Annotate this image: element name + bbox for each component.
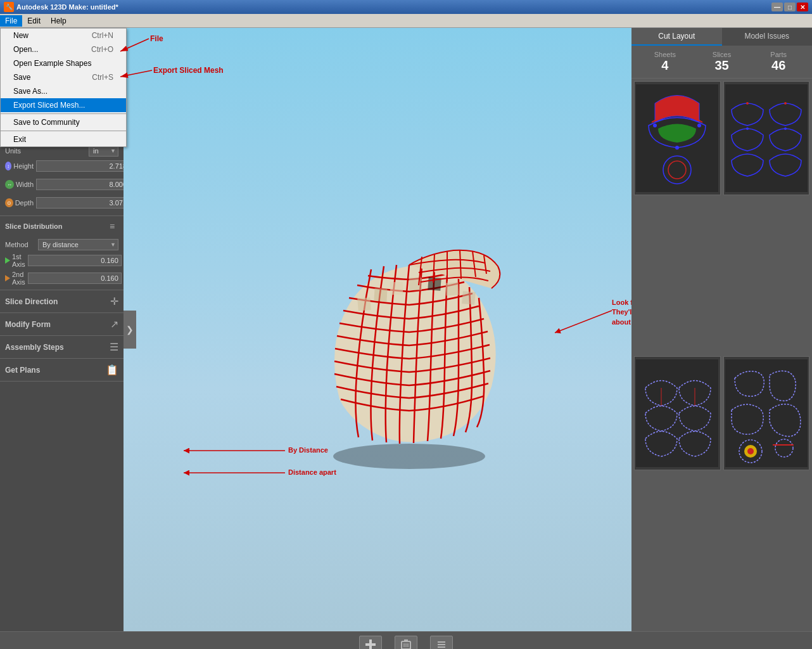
add-button[interactable]: [359, 636, 382, 650]
method-label: Method: [5, 241, 35, 248]
3d-model-svg: [282, 222, 536, 475]
parts-value: 46: [750, 58, 807, 73]
slice-distribution-section: Slice Distribution ≡ Method By distance …: [0, 216, 124, 290]
svg-point-36: [784, 127, 787, 130]
split-button[interactable]: [430, 636, 453, 650]
width-label: Width: [16, 181, 34, 188]
svg-rect-13: [462, 291, 476, 305]
app-icon: 🔧: [4, 2, 14, 12]
slice-direction-section[interactable]: Slice Direction ✛: [0, 290, 124, 313]
cut-sheet-4[interactable]: [723, 356, 810, 470]
axis1-icon: [5, 257, 10, 264]
axis2-icon: [5, 275, 10, 281]
height-icon: ↕: [5, 162, 11, 170]
close-button[interactable]: ✕: [797, 3, 808, 11]
right-panel: Cut Layout Model Issues Sheets 4 Slices …: [631, 28, 812, 631]
width-icon: ↔: [5, 180, 14, 189]
depth-label: Depth: [15, 199, 34, 207]
menu-item-save-as[interactable]: Save As...: [1, 84, 126, 98]
sheets-label: Sheets: [637, 51, 694, 58]
depth-input[interactable]: 3.071: [36, 197, 124, 209]
minimize-button[interactable]: —: [771, 3, 783, 11]
svg-point-29: [653, 124, 657, 127]
axis2-input[interactable]: 0.160: [28, 273, 122, 284]
cut-sheet-2[interactable]: [723, 81, 810, 195]
cut-sheet-4-svg: [725, 359, 808, 467]
svg-point-33: [746, 102, 749, 105]
stats-row: Sheets 4 Slices 35 Parts 46: [631, 46, 812, 79]
svg-line-21: [555, 311, 612, 333]
parts-stat: Parts 46: [750, 51, 807, 73]
slices-value: 35: [694, 58, 751, 73]
axis1-input[interactable]: 0.160: [28, 255, 122, 266]
cut-sheet-3-svg: [636, 359, 718, 467]
width-row: ↔ Width 8.000 ▲ ▼: [0, 176, 124, 193]
sheets-value: 4: [637, 58, 694, 73]
depth-icon: ⊙: [5, 198, 13, 207]
bottom-toolbar: [0, 631, 812, 649]
slice-distribution-label: Slice Distribution: [5, 222, 62, 230]
menu-help[interactable]: Help: [46, 15, 72, 27]
menu-item-save[interactable]: Save Ctrl+S: [1, 70, 126, 84]
cut-sheet-2-svg: [725, 84, 808, 192]
modify-form-icon: ↗: [110, 318, 118, 330]
sheets-stat: Sheets 4: [637, 51, 694, 73]
collapse-button[interactable]: ❯: [124, 311, 136, 349]
svg-point-31: [675, 146, 679, 150]
assembly-steps-icon: ☰: [110, 341, 118, 353]
svg-rect-8: [374, 288, 387, 301]
svg-point-34: [784, 102, 787, 105]
height-label: Height: [13, 162, 34, 170]
assembly-steps-section[interactable]: Assembly Steps ☰: [0, 336, 124, 359]
cut-sheet-1-svg: [636, 84, 718, 192]
menu-item-exit[interactable]: Exit: [1, 132, 126, 146]
menu-edit[interactable]: Edit: [22, 15, 46, 27]
svg-point-6: [333, 444, 485, 469]
height-input[interactable]: 2.718: [36, 160, 124, 172]
slice-distribution-icon[interactable]: ≡: [106, 220, 118, 233]
menu-file[interactable]: File: [0, 15, 22, 27]
cut-sheet-3[interactable]: [634, 356, 721, 470]
svg-point-43: [747, 448, 754, 454]
menu-item-community[interactable]: Save to Community: [1, 115, 126, 129]
file-dropdown-menu: New Ctrl+N Open... Ctrl+O Open Example S…: [0, 28, 127, 147]
menu-bar: File Edit Help New Ctrl+N Open... Ctrl+O…: [0, 14, 812, 28]
assembly-steps-label: Assembly Steps: [5, 343, 64, 352]
width-input[interactable]: 8.000: [36, 179, 124, 190]
parts-label: Parts: [750, 51, 807, 58]
tab-model-issues[interactable]: Model Issues: [722, 28, 813, 46]
maximize-button[interactable]: □: [784, 3, 796, 11]
get-plans-label: Get Plans: [5, 366, 40, 375]
menu-item-new[interactable]: New Ctrl+N: [1, 29, 126, 42]
svg-point-35: [746, 127, 749, 130]
split-icon: [435, 638, 448, 650]
title-bar: 🔧 Autodesk 123D Make: untitled* — □ ✕: [0, 0, 812, 14]
cut-sheet-1[interactable]: [634, 81, 721, 195]
canvas-area[interactable]: ❯: [124, 28, 631, 631]
get-plans-icon: 📋: [106, 364, 118, 376]
svg-rect-9: [390, 282, 403, 295]
menu-item-open-examples[interactable]: Open Example Shapes: [1, 56, 126, 70]
method-select[interactable]: By distance By count: [38, 239, 118, 250]
svg-rect-47: [369, 639, 372, 650]
svg-rect-32: [725, 84, 808, 192]
slice-direction-label: Slice Direction: [5, 297, 58, 306]
svg-rect-12: [445, 282, 459, 295]
axis2-label: 2nd Axis: [12, 271, 25, 286]
right-tabs: Cut Layout Model Issues: [631, 28, 812, 46]
axis2-row: 2nd Axis 0.160 ▲ ▼: [0, 269, 124, 290]
svg-rect-7: [357, 297, 371, 311]
method-row: Method By distance By count ▼: [0, 236, 124, 252]
height-row: ↕ Height 2.718 ▲ ▼: [0, 158, 124, 174]
cut-layout-grid: [631, 79, 812, 631]
modify-form-label: Modify Form: [5, 320, 51, 329]
modify-form-section[interactable]: Modify Form ↗: [0, 313, 124, 336]
app-title: Autodesk 123D Make: untitled*: [16, 3, 118, 11]
annotation-blue-pieces: Look for Blue Pieces They'll be all blue…: [612, 298, 631, 327]
tab-cut-layout[interactable]: Cut Layout: [631, 28, 722, 46]
delete-button[interactable]: [395, 636, 417, 650]
menu-item-open[interactable]: Open... Ctrl+O: [1, 42, 126, 56]
menu-item-export[interactable]: Export Sliced Mesh...: [1, 98, 126, 112]
get-plans-section[interactable]: Get Plans 📋: [0, 359, 124, 382]
slice-direction-icon: ✛: [110, 295, 118, 307]
